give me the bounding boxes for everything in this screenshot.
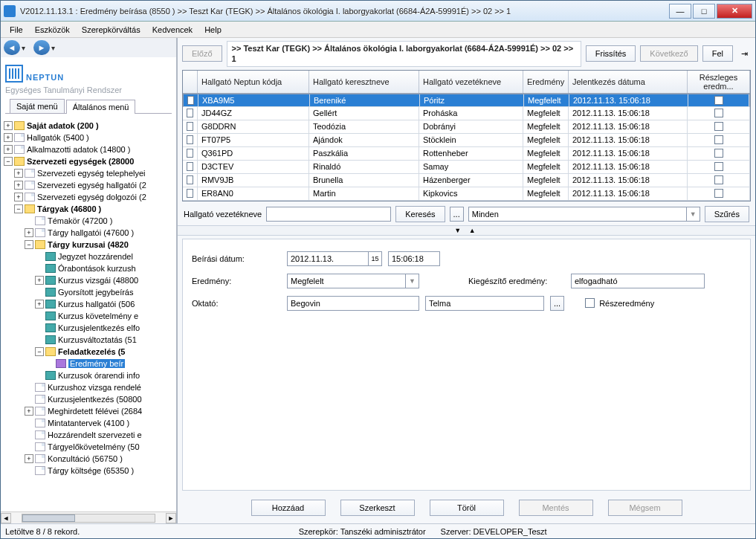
oktato-more-button[interactable]: ... [550, 296, 564, 311]
tree-kurzus-kov[interactable]: Kurzus követelmény e [58, 312, 138, 320]
tree-orabont[interactable]: Órabontások kurzush [58, 264, 136, 273]
partial-row-checkbox[interactable] [714, 149, 723, 158]
calendar-icon[interactable]: 15 [369, 251, 382, 266]
col-partial[interactable]: Részleges eredm... [688, 71, 750, 93]
chevron-down-icon[interactable]: ▼ [406, 274, 419, 288]
tree-targy-kolt[interactable]: Tárgy költsége (65350 ) [48, 466, 134, 475]
nav-forward-dropdown[interactable]: ▾ [51, 44, 59, 52]
row-checkbox[interactable] [187, 162, 193, 171]
cancel-button[interactable]: Mégsem [608, 500, 682, 516]
collapse-icon[interactable]: − [14, 204, 23, 213]
expand-icon[interactable]: + [35, 300, 44, 309]
tree-alkalmazotti[interactable]: Alkalmazotti adatok (14800 ) [27, 145, 130, 154]
tree-sajat-adatok[interactable]: Saját adatok (200 ) [27, 121, 99, 130]
scroll-right-icon[interactable]: ► [166, 513, 176, 523]
partial-checkbox[interactable] [585, 298, 595, 308]
menu-rolechange[interactable]: Szerepkörváltás [76, 24, 146, 36]
tree-hallgatok[interactable]: Hallgatók (5400 ) [27, 133, 89, 142]
tree-sze-dolg[interactable]: Szervezeti egység dolgozói (2 [37, 193, 146, 201]
row-checkbox[interactable] [187, 96, 194, 105]
pin-icon[interactable]: ⇥ [737, 49, 751, 59]
up-button[interactable]: Fel [702, 45, 733, 62]
panel-collapse-handle[interactable]: ▼ ▲ [178, 225, 755, 236]
scroll-thumb[interactable] [22, 514, 75, 522]
time-field[interactable] [388, 251, 440, 266]
tree-kurzus-vizsg[interactable]: Kurzus vizsgái (48800 [58, 276, 138, 285]
tree-kurzusjel-elf[interactable]: Kurzusjelentkezés elfo [58, 323, 140, 332]
row-checkbox[interactable] [187, 175, 193, 184]
tree-targy-hall[interactable]: Tárgy hallgatói (47600 ) [48, 228, 134, 237]
tree-jegyzet[interactable]: Jegyzet hozzárendel [58, 252, 133, 261]
tree-horizontal-scrollbar[interactable]: ◄ ► [1, 511, 176, 523]
partial-row-checkbox[interactable] [714, 162, 723, 171]
table-row[interactable]: FT07P5AjándokStöckleinMegfelelt2012.11.1… [183, 134, 750, 147]
date-field[interactable] [287, 251, 369, 266]
partial-row-checkbox[interactable] [714, 135, 723, 144]
tree-kurzus-hall[interactable]: Kurzus hallgatói (506 [58, 300, 135, 309]
partial-row-checkbox[interactable] [714, 96, 723, 105]
expand-icon[interactable]: + [25, 228, 33, 237]
partial-row-checkbox[interactable] [714, 175, 723, 184]
tree-targy-kurz[interactable]: Tárgy kurzusai (4820 [48, 240, 129, 249]
expand-icon[interactable]: + [14, 181, 23, 190]
menu-tools[interactable]: Eszközök [29, 24, 76, 36]
tree-sze-telep[interactable]: Szervezeti egység telephelyei [37, 169, 146, 178]
next-button[interactable]: Következő [640, 45, 697, 62]
table-row[interactable]: JD44GZGellértProháskaMegfelelt2012.11.13… [183, 107, 750, 120]
tree-kurzusjel[interactable]: Kurzusjelentkezés (50800 [48, 395, 142, 404]
search-button[interactable]: Keresés [395, 206, 445, 222]
tree-feladatkez[interactable]: Feladatkezelés (5 [58, 347, 126, 356]
minimize-button[interactable]: — [669, 4, 691, 19]
tree-meghird[interactable]: Meghirdetett félévei (2684 [48, 407, 142, 416]
tree-mintatant[interactable]: Mintatantervek (4100 ) [48, 419, 129, 427]
chevron-down-icon[interactable]: ▼ [687, 207, 700, 222]
table-row[interactable]: ER8AN0MartinKipkovicsMegfelelt2012.11.13… [183, 187, 750, 201]
expand-icon[interactable]: + [4, 133, 13, 142]
tree-konzult[interactable]: Konzultáció (56750 ) [48, 454, 123, 463]
oktato-lastname-field[interactable] [287, 296, 419, 311]
col-date[interactable]: Jelentkezés dátuma [569, 71, 688, 93]
maximize-button[interactable]: □ [693, 4, 715, 19]
expand-icon[interactable]: + [4, 145, 13, 154]
table-row[interactable]: RMV9JBBrunellaHázenbergerMegfelelt2012.1… [183, 174, 750, 187]
add-button[interactable]: Hozzáad [251, 500, 326, 516]
partial-row-checkbox[interactable] [714, 189, 723, 198]
col-neptun-code[interactable]: Hallgató Neptun kódja [198, 71, 309, 93]
partial-row-checkbox[interactable] [714, 109, 723, 117]
tree-targyak[interactable]: Tárgyak (46800 ) [37, 204, 101, 213]
table-row[interactable]: XBA9M5BerenikéPóritzMegfelelt2012.11.13.… [183, 94, 750, 107]
expand-icon[interactable]: + [25, 407, 33, 416]
col-lastname[interactable]: Hallgató vezetékneve [419, 71, 523, 93]
expand-icon[interactable]: + [14, 193, 23, 201]
collapse-icon[interactable]: − [4, 157, 13, 166]
refresh-button[interactable]: Frissítés [586, 45, 636, 62]
scroll-left-icon[interactable]: ◄ [1, 513, 11, 523]
partial-row-checkbox[interactable] [714, 122, 723, 131]
table-row[interactable]: G8DDRNTeodóziaDobrányiMegfelelt2012.11.1… [183, 120, 750, 134]
table-row[interactable]: D3CTEVRinaldóSamayMegfelelt2012.11.13. 1… [183, 161, 750, 174]
menu-file[interactable]: File [4, 24, 29, 36]
prev-button[interactable]: Előző [182, 45, 222, 62]
row-checkbox[interactable] [187, 135, 193, 144]
nav-back-icon[interactable]: ◄ [4, 40, 20, 55]
row-check-header[interactable] [183, 71, 198, 93]
oktato-firstname-field[interactable] [425, 296, 544, 311]
filter-select[interactable] [468, 207, 687, 222]
tree-temakor[interactable]: Témakör (47200 ) [48, 216, 112, 225]
menu-help[interactable]: Help [198, 24, 227, 36]
tree-hozzarendelt[interactable]: Hozzárendelt szervezeti e [48, 430, 142, 439]
tree-view[interactable]: +Saját adatok (200 ) +Hallgatók (5400 ) … [1, 117, 176, 511]
menu-favorites[interactable]: Kedvencek [146, 24, 198, 36]
row-checkbox[interactable] [187, 122, 193, 131]
close-button[interactable]: ✕ [717, 4, 752, 19]
tree-kurzushoz-vizsga[interactable]: Kurzushoz vizsga rendelé [48, 383, 141, 392]
tab-own-menu[interactable]: Saját menü [10, 99, 65, 113]
tree-kurzus-orarendi[interactable]: Kurzusok órarendi info [58, 371, 140, 380]
delete-button[interactable]: Töröl [430, 500, 504, 516]
tab-general-menu[interactable]: Általános menü [66, 100, 136, 114]
tree-targyelok[interactable]: Tárgyelőkövetelmény (50 [48, 442, 140, 451]
tree-gyors[interactable]: Gyorsított jegybeírás [58, 288, 134, 297]
collapse-icon[interactable]: − [25, 240, 33, 249]
result-field[interactable] [287, 274, 406, 288]
nav-back-dropdown[interactable]: ▾ [22, 44, 29, 52]
